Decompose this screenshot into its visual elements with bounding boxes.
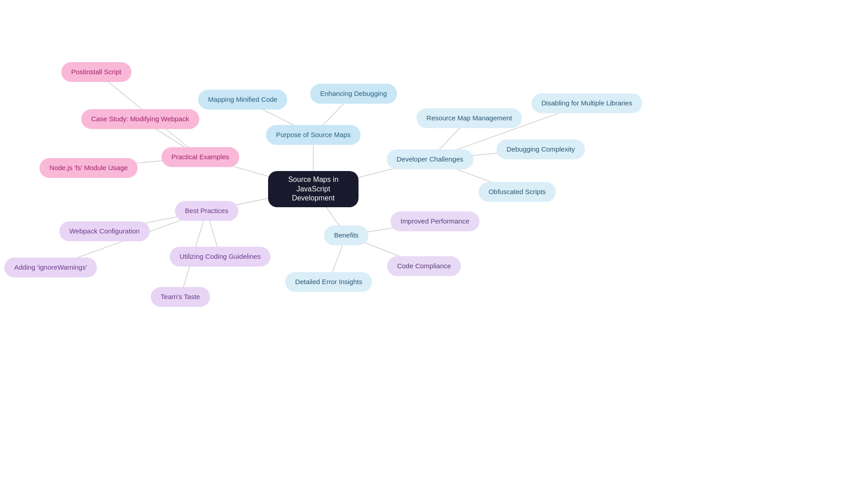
node-mapping[interactable]: Mapping Minified Code — [198, 90, 287, 109]
node-benefits[interactable]: Benefits — [324, 225, 368, 245]
node-webpack[interactable]: Webpack Configuration — [59, 221, 150, 241]
node-casestudy[interactable]: Case Study: Modifying Webpack — [81, 109, 199, 129]
node-improved[interactable]: Improved Performance — [391, 211, 480, 231]
node-developer[interactable]: Developer Challenges — [387, 149, 473, 169]
node-postinstall[interactable]: Postinstall Script — [61, 62, 132, 82]
center-node[interactable]: Source Maps in JavaScript Development — [268, 171, 359, 207]
node-debugging-complexity[interactable]: Debugging Complexity — [497, 139, 585, 159]
node-bestpractices[interactable]: Best Practices — [175, 201, 238, 221]
node-ignore[interactable]: Adding 'ignoreWarnings' — [4, 257, 97, 277]
node-practical[interactable]: Practical Examples — [161, 147, 239, 167]
node-enhancing[interactable]: Enhancing Debugging — [310, 84, 397, 104]
node-taste[interactable]: Team's Taste — [151, 287, 210, 307]
node-disabling[interactable]: Disabling for Multiple Libraries — [532, 93, 642, 113]
node-obfuscated[interactable]: Obfuscated Scripts — [479, 182, 556, 202]
node-purpose[interactable]: Purpose of Source Maps — [266, 125, 360, 145]
mindmap-container: Source Maps in JavaScript DevelopmentPur… — [0, 0, 868, 490]
node-coding[interactable]: Utilizing Coding Guidelines — [170, 247, 270, 266]
node-nodejs[interactable]: Node.js 'fs' Module Usage — [39, 158, 137, 178]
node-resource[interactable]: Resource Map Management — [416, 108, 522, 128]
node-code-compliance[interactable]: Code Compliance — [387, 256, 461, 276]
node-detailed[interactable]: Detailed Error Insights — [285, 272, 372, 292]
